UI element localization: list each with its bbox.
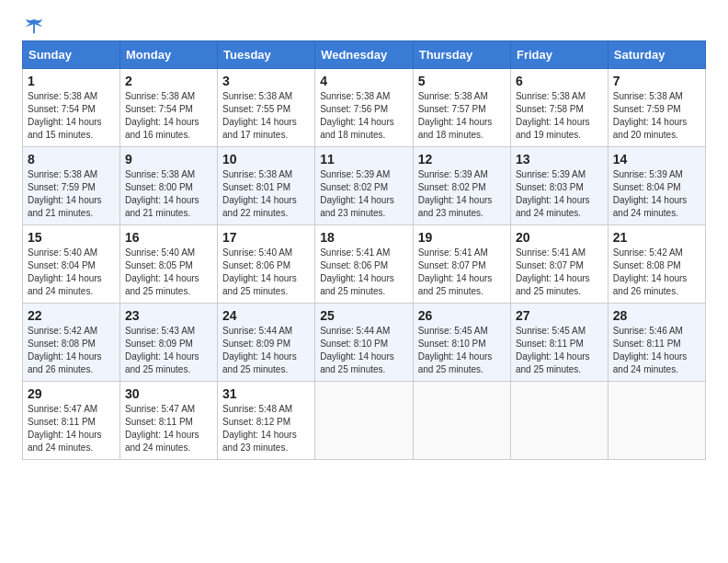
calendar-cell: 22Sunrise: 5:42 AM Sunset: 8:08 PM Dayli… — [23, 304, 120, 382]
calendar-week-row: 8Sunrise: 5:38 AM Sunset: 7:59 PM Daylig… — [23, 147, 706, 225]
day-info: Sunrise: 5:38 AM Sunset: 7:58 PM Dayligh… — [516, 90, 603, 142]
day-info: Sunrise: 5:39 AM Sunset: 8:04 PM Dayligh… — [613, 168, 700, 220]
day-number: 18 — [320, 230, 408, 245]
calendar-cell: 4Sunrise: 5:38 AM Sunset: 7:56 PM Daylig… — [315, 69, 414, 147]
column-header-wednesday: Wednesday — [315, 41, 414, 69]
day-info: Sunrise: 5:38 AM Sunset: 8:00 PM Dayligh… — [125, 168, 212, 220]
day-info: Sunrise: 5:46 AM Sunset: 8:11 PM Dayligh… — [613, 325, 700, 376]
day-info: Sunrise: 5:40 AM Sunset: 8:05 PM Dayligh… — [125, 247, 212, 298]
day-info: Sunrise: 5:42 AM Sunset: 8:08 PM Dayligh… — [613, 247, 700, 298]
day-number: 14 — [613, 152, 700, 167]
calendar-cell: 13Sunrise: 5:39 AM Sunset: 8:03 PM Dayli… — [510, 147, 608, 225]
calendar-cell: 21Sunrise: 5:42 AM Sunset: 8:08 PM Dayli… — [608, 225, 705, 304]
day-info: Sunrise: 5:42 AM Sunset: 8:08 PM Dayligh… — [28, 325, 115, 376]
day-info: Sunrise: 5:38 AM Sunset: 7:59 PM Dayligh… — [28, 168, 115, 220]
calendar-cell: 12Sunrise: 5:39 AM Sunset: 8:02 PM Dayli… — [413, 147, 510, 225]
calendar-cell: 18Sunrise: 5:41 AM Sunset: 8:06 PM Dayli… — [315, 225, 414, 304]
day-info: Sunrise: 5:39 AM Sunset: 8:03 PM Dayligh… — [516, 168, 603, 220]
calendar-cell: 15Sunrise: 5:40 AM Sunset: 8:04 PM Dayli… — [23, 225, 120, 304]
calendar-cell: 30Sunrise: 5:47 AM Sunset: 8:11 PM Dayli… — [120, 382, 218, 460]
logo-bird-icon — [24, 17, 44, 37]
calendar-cell: 5Sunrise: 5:38 AM Sunset: 7:57 PM Daylig… — [413, 69, 510, 147]
day-number: 12 — [418, 152, 506, 167]
day-info: Sunrise: 5:39 AM Sunset: 8:02 PM Dayligh… — [418, 168, 506, 220]
day-info: Sunrise: 5:38 AM Sunset: 8:01 PM Dayligh… — [222, 168, 310, 220]
calendar-cell: 19Sunrise: 5:41 AM Sunset: 8:07 PM Dayli… — [413, 225, 510, 304]
day-number: 24 — [222, 308, 310, 323]
calendar-cell: 26Sunrise: 5:45 AM Sunset: 8:10 PM Dayli… — [413, 304, 510, 382]
day-info: Sunrise: 5:48 AM Sunset: 8:12 PM Dayligh… — [222, 403, 310, 454]
day-number: 31 — [222, 386, 310, 401]
day-number: 13 — [516, 152, 603, 167]
day-info: Sunrise: 5:44 AM Sunset: 8:10 PM Dayligh… — [320, 325, 408, 376]
day-number: 23 — [125, 308, 212, 323]
day-number: 16 — [125, 230, 212, 245]
day-info: Sunrise: 5:47 AM Sunset: 8:11 PM Dayligh… — [28, 403, 115, 454]
day-number: 28 — [613, 308, 700, 323]
day-number: 2 — [125, 74, 212, 88]
calendar-cell: 9Sunrise: 5:38 AM Sunset: 8:00 PM Daylig… — [120, 147, 218, 225]
day-number: 30 — [125, 386, 212, 401]
calendar-cell: 20Sunrise: 5:41 AM Sunset: 8:07 PM Dayli… — [510, 225, 608, 304]
logo — [22, 18, 44, 35]
day-number: 29 — [28, 386, 115, 401]
day-info: Sunrise: 5:38 AM Sunset: 7:54 PM Dayligh… — [28, 90, 115, 142]
column-header-tuesday: Tuesday — [218, 41, 315, 69]
day-number: 19 — [418, 230, 506, 245]
calendar-cell: 2Sunrise: 5:38 AM Sunset: 7:54 PM Daylig… — [120, 69, 218, 147]
day-info: Sunrise: 5:41 AM Sunset: 8:07 PM Dayligh… — [516, 247, 603, 298]
day-info: Sunrise: 5:40 AM Sunset: 8:06 PM Dayligh… — [222, 247, 310, 298]
calendar-cell: 8Sunrise: 5:38 AM Sunset: 7:59 PM Daylig… — [23, 147, 120, 225]
day-info: Sunrise: 5:39 AM Sunset: 8:02 PM Dayligh… — [320, 168, 408, 220]
calendar-cell: 25Sunrise: 5:44 AM Sunset: 8:10 PM Dayli… — [315, 304, 414, 382]
day-number: 21 — [613, 230, 700, 245]
day-number: 11 — [320, 152, 408, 167]
day-info: Sunrise: 5:47 AM Sunset: 8:11 PM Dayligh… — [125, 403, 212, 454]
column-header-thursday: Thursday — [413, 41, 510, 69]
day-info: Sunrise: 5:43 AM Sunset: 8:09 PM Dayligh… — [125, 325, 212, 376]
day-info: Sunrise: 5:38 AM Sunset: 7:56 PM Dayligh… — [320, 90, 408, 142]
calendar-cell: 24Sunrise: 5:44 AM Sunset: 8:09 PM Dayli… — [218, 304, 315, 382]
day-info: Sunrise: 5:45 AM Sunset: 8:11 PM Dayligh… — [516, 325, 603, 376]
day-number: 1 — [28, 74, 115, 88]
calendar-cell: 11Sunrise: 5:39 AM Sunset: 8:02 PM Dayli… — [315, 147, 414, 225]
day-info: Sunrise: 5:40 AM Sunset: 8:04 PM Dayligh… — [28, 247, 115, 298]
page-header — [22, 18, 706, 35]
calendar-cell: 6Sunrise: 5:38 AM Sunset: 7:58 PM Daylig… — [510, 69, 608, 147]
day-info: Sunrise: 5:41 AM Sunset: 8:06 PM Dayligh… — [320, 247, 408, 298]
day-number: 17 — [222, 230, 310, 245]
day-info: Sunrise: 5:45 AM Sunset: 8:10 PM Dayligh… — [418, 325, 506, 376]
day-number: 22 — [28, 308, 115, 323]
calendar-week-row: 15Sunrise: 5:40 AM Sunset: 8:04 PM Dayli… — [23, 225, 706, 304]
day-number: 25 — [320, 308, 408, 323]
day-number: 7 — [613, 74, 700, 88]
day-number: 15 — [28, 230, 115, 245]
calendar-cell: 28Sunrise: 5:46 AM Sunset: 8:11 PM Dayli… — [608, 304, 705, 382]
calendar-header-row: SundayMondayTuesdayWednesdayThursdayFrid… — [23, 41, 706, 69]
column-header-sunday: Sunday — [23, 41, 120, 69]
calendar-week-row: 29Sunrise: 5:47 AM Sunset: 8:11 PM Dayli… — [23, 382, 706, 460]
day-number: 4 — [320, 74, 408, 88]
calendar-week-row: 1Sunrise: 5:38 AM Sunset: 7:54 PM Daylig… — [23, 69, 706, 147]
day-number: 9 — [125, 152, 212, 167]
calendar-cell: 14Sunrise: 5:39 AM Sunset: 8:04 PM Dayli… — [608, 147, 705, 225]
day-number: 10 — [222, 152, 310, 167]
day-number: 20 — [516, 230, 603, 245]
day-number: 3 — [222, 74, 310, 88]
calendar-cell — [510, 382, 608, 460]
day-info: Sunrise: 5:38 AM Sunset: 7:59 PM Dayligh… — [613, 90, 700, 142]
day-info: Sunrise: 5:44 AM Sunset: 8:09 PM Dayligh… — [222, 325, 310, 376]
day-info: Sunrise: 5:41 AM Sunset: 8:07 PM Dayligh… — [418, 247, 506, 298]
calendar-cell: 31Sunrise: 5:48 AM Sunset: 8:12 PM Dayli… — [218, 382, 315, 460]
day-number: 5 — [418, 74, 506, 88]
calendar-cell: 17Sunrise: 5:40 AM Sunset: 8:06 PM Dayli… — [218, 225, 315, 304]
column-header-monday: Monday — [120, 41, 218, 69]
day-info: Sunrise: 5:38 AM Sunset: 7:54 PM Dayligh… — [125, 90, 212, 142]
calendar-cell: 7Sunrise: 5:38 AM Sunset: 7:59 PM Daylig… — [608, 69, 705, 147]
calendar-cell: 3Sunrise: 5:38 AM Sunset: 7:55 PM Daylig… — [218, 69, 315, 147]
day-info: Sunrise: 5:38 AM Sunset: 7:57 PM Dayligh… — [418, 90, 506, 142]
day-number: 27 — [516, 308, 603, 323]
column-header-saturday: Saturday — [608, 41, 705, 69]
day-number: 6 — [516, 74, 603, 88]
calendar-cell — [608, 382, 705, 460]
